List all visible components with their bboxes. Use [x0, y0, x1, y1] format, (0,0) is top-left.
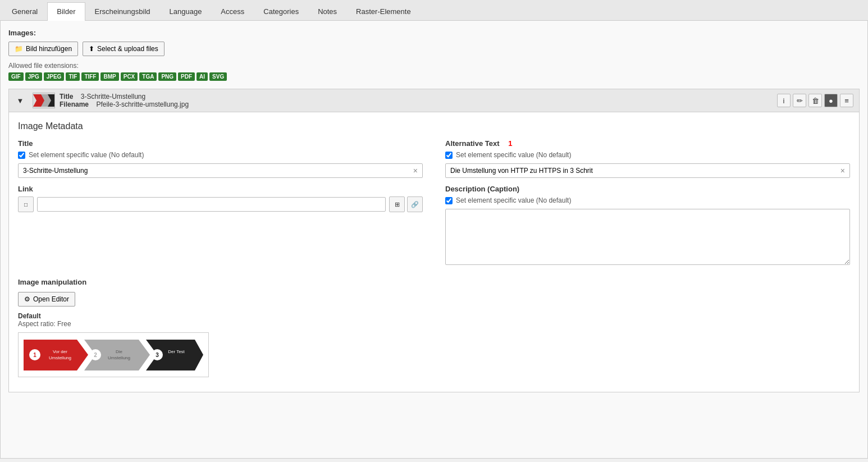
select-upload-label: Select & upload files [97, 45, 158, 53]
alt-text-input[interactable] [450, 167, 838, 175]
add-image-button[interactable]: 📁 Bild hinzufügen [8, 42, 78, 56]
alt-text-field-label: Alternative Text 1 [445, 139, 850, 148]
image-preview-box: 1 Vor der Umstellung 2 Die Umstellung 3 … [18, 332, 209, 377]
image-info: Title 3-Schritte-Umstellung Filename Pfe… [60, 93, 189, 108]
link-field-label: Link [18, 185, 423, 193]
edit-button[interactable]: ✏ [793, 94, 806, 107]
image-manipulation-title: Image manipulation [18, 278, 850, 286]
ext-ai: AI [197, 72, 208, 81]
tab-notes[interactable]: Notes [308, 2, 346, 20]
ext-tga: TGA [139, 72, 157, 81]
tab-language[interactable]: Language [160, 2, 212, 20]
info-button[interactable]: i [777, 94, 791, 107]
svg-text:Der Test: Der Test [168, 349, 185, 354]
svg-text:Umstellung: Umstellung [49, 355, 71, 360]
main-content: Images: 📁 Bild hinzufügen ⬆ Select & upl… [0, 21, 868, 459]
tab-erscheinungsbild[interactable]: Erscheinungsbild [85, 2, 160, 20]
menu-button[interactable]: ≡ [840, 94, 853, 107]
upload-icon: ⬆ [89, 45, 94, 53]
image-list-row: ▼ Title 3-Schritte-Umstellung Filename [8, 89, 860, 112]
svg-text:2: 2 [94, 352, 97, 358]
add-image-label: Bild hinzufügen [26, 45, 72, 53]
ext-gif: GIF [8, 72, 24, 81]
description-checkbox-label: Set element specific value (No default) [456, 196, 571, 204]
alt-text-input-wrapper: × [445, 163, 850, 178]
title-input-wrapper: × [18, 163, 423, 178]
image-buttons-row: 📁 Bild hinzufügen ⬆ Select & upload file… [8, 42, 860, 56]
ext-pcx: PCX [121, 72, 138, 81]
alt-text-checkbox-row: Set element specific value (No default) [445, 151, 850, 159]
title-checkbox-label: Set element specific value (No default) [29, 151, 144, 159]
image-manipulation-section: Image manipulation ⚙ Open Editor Default… [18, 278, 850, 383]
tab-raster[interactable]: Raster-Elemente [346, 2, 421, 20]
meta-right-col: Alternative Text 1 Set element specific … [445, 139, 850, 267]
title-checkbox-row: Set element specific value (No default) [18, 151, 423, 159]
description-checkbox-row: Set element specific value (No default) [445, 196, 850, 204]
svg-text:Vor der: Vor der [53, 349, 67, 354]
allowed-extensions-label: Allowed file extensions: [8, 62, 860, 70]
ext-jpg: JPG [25, 72, 42, 81]
tab-categories[interactable]: Categories [254, 2, 308, 20]
ext-bmp: BMP [100, 72, 118, 81]
image-row-actions: i ✏ 🗑 ● ≡ [777, 94, 853, 107]
svg-text:Umstellung: Umstellung [108, 355, 130, 360]
aspect-ratio-label: Aspect ratio: Free [18, 320, 850, 328]
ext-png: PNG [158, 72, 176, 81]
editor-icon: ⚙ [24, 295, 30, 303]
tab-bar: General Bilder Erscheinungsbild Language… [0, 0, 868, 21]
image-filename-row: Filename Pfeile-3-schritte-umstellung.jp… [60, 100, 189, 108]
link-browse-icon: ⊞ [395, 201, 400, 208]
ext-jpeg: JPEG [44, 72, 65, 81]
alt-text-checkbox[interactable] [445, 152, 453, 159]
alt-text-checkbox-label: Set element specific value (No default) [456, 151, 571, 159]
ext-pdf: PDF [178, 72, 195, 81]
image-thumbnail [33, 93, 55, 108]
open-editor-label: Open Editor [33, 295, 69, 303]
delete-button[interactable]: 🗑 [808, 94, 822, 107]
collapse-button[interactable]: ▼ [15, 94, 26, 107]
meta-left-col: Title Set element specific value (No def… [18, 139, 423, 267]
image-row-left: ▼ Title 3-Schritte-Umstellung Filename [15, 93, 777, 108]
extensions-section: Allowed file extensions: GIF JPG JPEG TI… [8, 62, 860, 81]
image-filename-label: Filename [60, 100, 89, 108]
link-type-icon: □ [24, 202, 28, 208]
select-upload-button[interactable]: ⬆ Select & upload files [83, 42, 165, 56]
folder-icon: 📁 [15, 45, 23, 53]
svg-text:Die: Die [116, 349, 123, 354]
image-filename-value: Pfeile-3-schritte-umstellung.jpg [96, 100, 189, 108]
metadata-section: Image Metadata Title Set element specifi… [8, 112, 860, 392]
link-actions: ⊞ 🔗 [389, 196, 423, 212]
image-title-row: Title 3-Schritte-Umstellung [60, 93, 189, 100]
default-label: Default [18, 312, 850, 320]
steps-svg: 1 Vor der Umstellung 2 Die Umstellung 3 … [24, 337, 203, 373]
ext-tiff: TIFF [81, 72, 99, 81]
open-editor-button[interactable]: ⚙ Open Editor [18, 292, 75, 307]
metadata-title: Image Metadata [18, 121, 850, 131]
svg-text:1: 1 [33, 352, 36, 358]
image-title-label: Title [60, 93, 73, 100]
images-label: Images: [8, 29, 860, 37]
link-row: □ ⊞ 🔗 [18, 196, 423, 212]
description-checkbox[interactable] [445, 197, 453, 204]
tab-bilder[interactable]: Bilder [47, 2, 85, 21]
title-checkbox[interactable] [18, 152, 25, 159]
image-title-value: 3-Schritte-Umstellung [81, 93, 145, 100]
link-chain-button[interactable]: 🔗 [407, 196, 423, 212]
title-field-label: Title [18, 139, 423, 148]
link-browse-button[interactable]: ⊞ [389, 196, 405, 212]
tab-access[interactable]: Access [211, 2, 254, 20]
description-textarea[interactable] [445, 209, 850, 265]
toggle-button[interactable]: ● [824, 94, 838, 107]
tab-general[interactable]: General [2, 2, 47, 20]
alt-text-required: 1 [508, 139, 512, 148]
title-input[interactable] [23, 167, 411, 175]
svg-text:3: 3 [156, 352, 159, 358]
link-input[interactable] [37, 197, 386, 212]
extension-tags: GIF JPG JPEG TIF TIFF BMP PCX TGA PNG PD… [8, 72, 860, 81]
description-field-label: Description (Caption) [445, 185, 850, 193]
link-type-button[interactable]: □ [18, 196, 34, 212]
alt-text-clear-button[interactable]: × [840, 166, 845, 175]
ext-tif: TIF [66, 72, 80, 81]
title-clear-button[interactable]: × [413, 166, 418, 175]
link-chain-icon: 🔗 [411, 201, 419, 208]
